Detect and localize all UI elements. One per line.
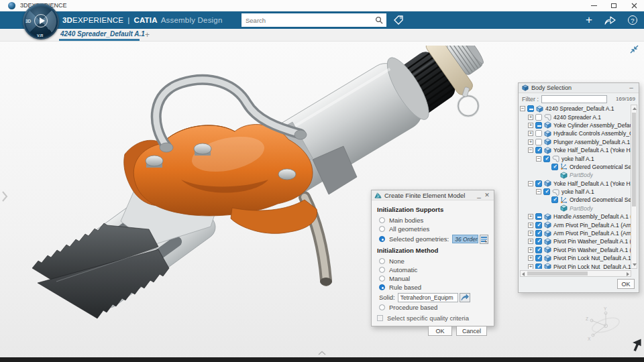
scroll-right-icon[interactable]	[627, 272, 629, 276]
tag-icon[interactable]	[392, 14, 405, 26]
search-icon[interactable]	[375, 16, 383, 24]
collapse-viewport-icon[interactable]	[629, 44, 639, 54]
3d-compass[interactable]: 3D V.R	[23, 3, 59, 40]
tree-row[interactable]: +Pivot Pin Lock Nut_Default A.1 (Pivot	[520, 254, 631, 262]
tree-row[interactable]: Ordered Geometrical Set.2	[520, 196, 631, 204]
tree-row[interactable]: −4240 Spreader_Default A.1	[520, 105, 631, 113]
tree-row[interactable]: +Yoke Cylinder Assembly_Default A.1 (	[520, 121, 631, 129]
tree-item-checkbox[interactable]	[543, 188, 550, 195]
scroll-left-icon[interactable]	[522, 272, 525, 276]
tree-item-checkbox[interactable]	[543, 156, 550, 162]
add-content-button[interactable]: +	[586, 15, 592, 25]
expand-node-icon[interactable]: +	[528, 131, 533, 136]
expand-node-icon[interactable]: +	[528, 247, 533, 253]
scroll-down-icon[interactable]	[633, 263, 637, 266]
dialog-close-icon[interactable]: ✕	[483, 192, 491, 198]
tree-row[interactable]: +Handle Assembly_Default A.1 (Handl	[520, 213, 631, 221]
tree-row[interactable]: +Arm Pivot Pin_Default A.1 (Arm Pivot	[520, 221, 631, 229]
expand-node-icon[interactable]: +	[528, 214, 533, 219]
tree-item-checkbox[interactable]	[535, 139, 542, 145]
solid-selector-button[interactable]	[460, 293, 470, 302]
expand-node-icon[interactable]: +	[528, 223, 533, 228]
tree-row[interactable]: PartBody	[520, 171, 631, 179]
radio-rule-based[interactable]	[379, 284, 385, 290]
solid-combo[interactable]: Tetrahedron_Equipm	[398, 293, 458, 302]
collapse-node-icon[interactable]: −	[528, 181, 533, 186]
tree-item-checkbox[interactable]	[535, 114, 542, 121]
collapse-node-icon[interactable]: −	[528, 147, 533, 153]
tree-item-checkbox[interactable]	[535, 247, 542, 253]
tree-row[interactable]: −Yoke Half_Default A.1 (Yoke Half-3)	[520, 146, 631, 154]
help-button[interactable]: ?	[628, 15, 637, 25]
tree-row[interactable]: +Pivot Pin Washer_Default A.1 (Pivot P	[520, 237, 631, 245]
compass-play-button[interactable]	[34, 14, 48, 27]
minimize-window-button[interactable]	[584, 0, 604, 11]
collapse-node-icon[interactable]: −	[520, 106, 525, 111]
tree-item-checkbox[interactable]	[527, 105, 534, 112]
search-input[interactable]	[241, 17, 375, 24]
panel-titlebar[interactable]: Body Selection –	[519, 83, 639, 93]
tree-item-checkbox[interactable]	[535, 222, 542, 229]
tree-item-checkbox[interactable]	[535, 238, 542, 245]
horizontal-scrollbar[interactable]	[520, 270, 631, 277]
tree-item-checkbox[interactable]	[551, 196, 558, 203]
radio-main-bodies[interactable]	[379, 217, 385, 223]
selection-list-button[interactable]	[480, 235, 488, 244]
maximize-window-button[interactable]	[604, 0, 624, 11]
tree-row[interactable]: −yoke half A.1	[520, 154, 631, 162]
radio-all-geometries[interactable]	[379, 226, 385, 232]
scroll-up-icon[interactable]	[633, 107, 637, 110]
radio-procedure-based[interactable]	[379, 304, 385, 310]
tree-item-checkbox[interactable]	[535, 213, 542, 220]
tree-row[interactable]: −yoke half A.1	[520, 188, 631, 196]
dialog-ok-button[interactable]: OK	[428, 326, 452, 336]
expand-left-panel-icon[interactable]	[1, 190, 8, 202]
tree-item-checkbox[interactable]	[535, 180, 542, 187]
horizontal-scroll-thumb[interactable]	[527, 272, 588, 276]
tree-item-checkbox[interactable]	[535, 230, 542, 237]
tree-item-checkbox[interactable]	[551, 164, 558, 170]
expand-node-icon[interactable]: +	[528, 264, 533, 269]
tree-row[interactable]: +Hydraulic Controls Assembly_Contro	[520, 129, 631, 137]
vertical-scrollbar[interactable]	[631, 105, 637, 269]
tree-row[interactable]: +Arm Pivot Pin_Default A.1 (Arm Pivot	[520, 229, 631, 237]
expand-node-icon[interactable]: +	[528, 239, 533, 244]
tree-item-checkbox[interactable]	[535, 255, 542, 261]
expand-node-icon[interactable]: +	[528, 123, 533, 128]
tree-item-checkbox[interactable]	[535, 147, 542, 154]
tree-item-checkbox[interactable]	[535, 130, 542, 137]
expand-node-icon[interactable]: +	[528, 231, 533, 236]
tree-row[interactable]: +Pivot Pin Washer_Default A.1 (Pivot P	[520, 246, 631, 254]
expand-node-icon[interactable]: +	[528, 255, 533, 261]
tree-row[interactable]: +Plunger Assembly_Default A.1 (Plung	[520, 138, 631, 146]
new-tab-button[interactable]: +	[145, 30, 150, 40]
radio-none[interactable]	[379, 258, 385, 264]
collapse-node-icon[interactable]: −	[536, 156, 541, 162]
dialog-cancel-button[interactable]: Cancel	[456, 326, 487, 336]
quality-criteria-checkbox[interactable]	[377, 315, 383, 321]
panel-minimize-icon[interactable]: –	[627, 85, 635, 90]
collapse-node-icon[interactable]: −	[536, 189, 541, 194]
3d-viewport[interactable]: Y Z X Create Finite Element Model _ ✕ In…	[0, 42, 644, 357]
panel-ok-button[interactable]: OK	[617, 279, 635, 289]
radio-automatic[interactable]	[379, 267, 385, 273]
close-window-button[interactable]	[624, 0, 644, 11]
share-icon[interactable]	[604, 15, 616, 25]
tree-item-checkbox[interactable]	[535, 122, 542, 129]
radio-selected-geometries[interactable]	[379, 236, 385, 242]
tree-item-checkbox[interactable]	[535, 263, 542, 269]
expand-node-icon[interactable]: +	[528, 115, 533, 120]
tree-row[interactable]: Ordered Geometrical Set.2	[520, 163, 631, 171]
expand-node-icon[interactable]: +	[528, 139, 533, 145]
tree-row[interactable]: +Pivot Pin Lock Nut_Default A.1 (Pivot	[520, 262, 631, 269]
dialog-minimize-icon[interactable]: _	[475, 192, 483, 198]
tree-row[interactable]: +4240 Spreader A.1	[520, 113, 631, 121]
tree-row[interactable]: PartBody	[520, 204, 631, 213]
action-bar-collapsed[interactable]	[0, 357, 644, 362]
filter-input[interactable]	[541, 95, 607, 103]
vertical-scroll-thumb[interactable]	[632, 113, 636, 206]
radio-manual[interactable]	[379, 276, 385, 282]
tab-active-document[interactable]: 4240 Spreader_Default A.1	[60, 30, 145, 38]
selected-geometries-field[interactable]: 36 Ordered Geom	[452, 235, 478, 243]
tree-row[interactable]: −Yoke Half_Default A.1 (Yoke Half-4)	[520, 180, 631, 188]
